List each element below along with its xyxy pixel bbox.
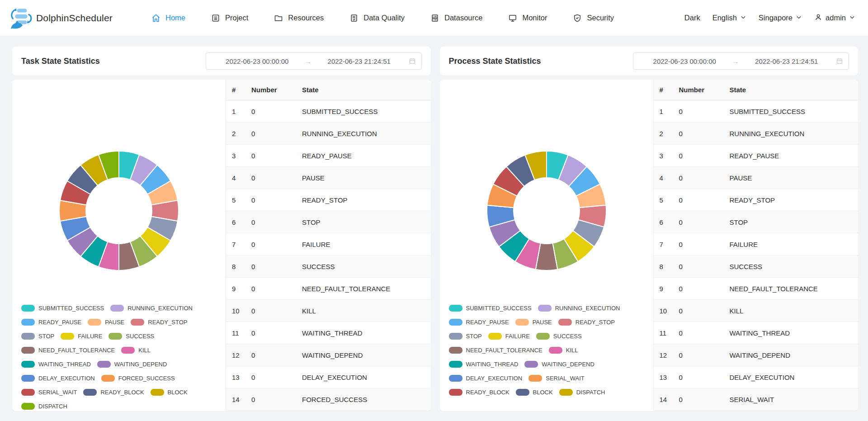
legend-swatch [449, 347, 462, 354]
legend-item[interactable]: FAILURE [61, 333, 102, 340]
legend-item[interactable]: RUNNING_EXECUTION [110, 305, 193, 312]
legend-item[interactable]: NEED_FAULT_TOLERANCE [21, 347, 115, 354]
nav-item-project[interactable]: Project [211, 14, 248, 23]
legend-item[interactable]: PAUSE [88, 319, 124, 326]
legend-item[interactable]: BLOCK [151, 389, 188, 396]
legend-item[interactable]: READY_PAUSE [21, 319, 81, 326]
date-range-picker[interactable]: 2022-06-23 00:00:00 → 2022-06-23 21:24:5… [633, 52, 849, 70]
task-state-content-card: SUBMITTED_SUCCESSRUNNING_EXECUTIONREADY_… [12, 80, 431, 411]
nav-item-home[interactable]: Home [151, 14, 185, 23]
table-cell: 13 [654, 374, 679, 381]
nav-item-resources[interactable]: Resources [274, 14, 324, 23]
legend-item[interactable]: WAITING_DEPEND [97, 361, 167, 368]
legend-item[interactable]: RUNNING_EXECUTION [538, 305, 620, 312]
legend-item[interactable]: KILL [121, 347, 151, 354]
nav-item-security[interactable]: Security [573, 14, 614, 23]
nav-item-datasource[interactable]: Datasource [430, 14, 482, 23]
nav-item-label: Security [587, 14, 614, 22]
legend-item[interactable]: READY_BLOCK [449, 389, 509, 396]
table-cell: STOP [730, 218, 859, 226]
table-cell: 0 [679, 374, 730, 381]
column-header: # [654, 86, 679, 94]
legend-item[interactable]: SERIAL_WAIT [528, 375, 584, 382]
legend-label: NEED_FAULT_TOLERANCE [38, 347, 115, 354]
table-cell: 3 [226, 152, 251, 160]
legend-item[interactable]: FAILURE [488, 333, 530, 340]
table-cell: 0 [251, 218, 302, 226]
legend-swatch [108, 333, 122, 340]
nav-item-label: Monitor [522, 14, 547, 22]
date-end-value[interactable]: 2022-06-23 21:24:51 [313, 57, 405, 65]
legend-item[interactable]: PAUSE [515, 319, 552, 326]
table-row: 40PAUSE [654, 167, 859, 189]
task-state-donut-chart [58, 150, 179, 271]
timezone-select[interactable]: Singapore [759, 14, 802, 22]
table-cell: 2 [226, 130, 251, 137]
table-cell: 13 [226, 374, 251, 381]
arrow-right-icon: → [731, 57, 741, 65]
legend-label: READY_BLOCK [100, 389, 144, 396]
table-row: 20RUNNING_EXECUTION [654, 123, 859, 145]
table-cell: STOP [302, 218, 431, 226]
legend-item[interactable]: SUCCESS [536, 333, 582, 340]
legend-label: BLOCK [533, 389, 553, 396]
legend-item[interactable]: READY_PAUSE [449, 319, 509, 326]
nav-item-monitor[interactable]: Monitor [508, 14, 547, 23]
table-cell: 6 [226, 218, 251, 226]
legend-swatch [61, 333, 74, 340]
legend-item[interactable]: WAITING_THREAD [449, 361, 519, 368]
legend-swatch [449, 375, 462, 382]
legend-item[interactable]: SUBMITTED_SUCCESS [449, 305, 532, 312]
legend-item[interactable]: STOP [21, 333, 54, 340]
legend-item[interactable]: FORCED_SUCCESS [101, 375, 175, 382]
table-cell: 0 [679, 263, 730, 270]
nav-item-label: Data Quality [363, 14, 405, 22]
date-range-picker[interactable]: 2022-06-23 00:00:00 → 2022-06-23 21:24:5… [206, 52, 422, 70]
legend-item[interactable]: BLOCK [516, 389, 553, 396]
table-row: 50READY_STOP [654, 189, 859, 211]
legend-label: WAITING_THREAD [38, 361, 91, 368]
table-cell: DELAY_EXECUTION [730, 374, 859, 381]
legend-item[interactable]: DELAY_EXECUTION [449, 375, 523, 382]
column-header: State [302, 86, 431, 94]
legend-item[interactable]: WAITING_DEPEND [524, 361, 594, 368]
legend-item[interactable]: STOP [449, 333, 482, 340]
nav-item-data-quality[interactable]: Data Quality [349, 14, 405, 23]
table-cell: 8 [226, 263, 251, 270]
user-menu[interactable]: admin [814, 13, 855, 23]
data-quality-icon [349, 14, 359, 23]
legend-item[interactable]: SERIAL_WAIT [21, 389, 77, 396]
legend-swatch [97, 361, 111, 368]
date-start-value[interactable]: 2022-06-23 00:00:00 [212, 57, 303, 65]
legend-swatch [101, 375, 115, 382]
legend-item[interactable]: DELAY_EXECUTION [21, 375, 95, 382]
brand[interactable]: DolphinScheduler [10, 7, 113, 29]
legend-label: SUBMITTED_SUCCESS [38, 305, 104, 312]
legend-item[interactable]: KILL [549, 347, 578, 354]
arrow-right-icon: → [303, 57, 313, 65]
table-row: 80SUCCESS [226, 255, 431, 278]
table-cell: 0 [679, 108, 730, 115]
table-row: 50READY_STOP [226, 189, 431, 211]
table-row: 90NEED_FAULT_TOLERANCE [226, 278, 431, 300]
date-end-value[interactable]: 2022-06-23 21:24:51 [741, 57, 833, 65]
task-state-section: Task State Statistics 2022-06-23 00:00:0… [12, 47, 431, 411]
legend-item[interactable]: READY_STOP [131, 319, 187, 326]
theme-toggle-button[interactable]: Dark [684, 14, 700, 22]
legend-item[interactable]: DISPATCH [21, 403, 67, 410]
legend-item[interactable]: WAITING_THREAD [21, 361, 91, 368]
legend-item[interactable]: NEED_FAULT_TOLERANCE [449, 347, 542, 354]
legend-swatch [516, 389, 529, 396]
legend-item[interactable]: READY_STOP [558, 319, 615, 326]
legend-item[interactable]: SUCCESS [108, 333, 154, 340]
table-cell: 10 [226, 307, 251, 315]
date-start-value[interactable]: 2022-06-23 00:00:00 [639, 57, 731, 65]
chevron-down-icon [796, 14, 802, 22]
legend-swatch [558, 319, 572, 326]
table-row: 60STOP [654, 211, 859, 233]
legend-item[interactable]: DISPATCH [559, 389, 605, 396]
legend-item[interactable]: READY_BLOCK [83, 389, 144, 396]
legend-swatch [536, 333, 550, 340]
language-select[interactable]: English [712, 14, 746, 22]
legend-item[interactable]: SUBMITTED_SUCCESS [21, 305, 104, 312]
